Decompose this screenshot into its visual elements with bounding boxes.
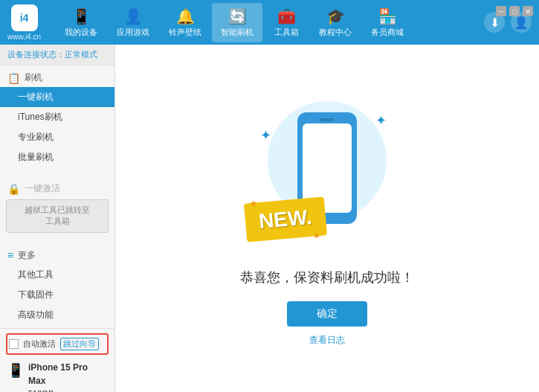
sidebar-itunes-flash[interactable]: iTunes刷机 [0, 107, 114, 127]
window-minimize-button[interactable]: ─ [496, 6, 506, 16]
nav-tutorial-label: 教程中心 [319, 27, 352, 38]
service-icon: 🏪 [378, 7, 397, 25]
activation-note-line2: 工具箱 [13, 216, 102, 227]
phone-notch [320, 118, 335, 121]
sparkle-right: ✦ [375, 112, 387, 129]
flash-section-label: 刷机 [25, 71, 42, 84]
sidebar-download-firmware[interactable]: 下载固件 [0, 285, 114, 305]
device-details: iPhone 15 Pro Max 512GB iPhone [28, 361, 107, 392]
new-badge: NEW. [244, 196, 327, 242]
nav-my-device-label: 我的设备 [65, 27, 97, 38]
sparkle-left: ✦ [260, 127, 271, 144]
window-close-button[interactable]: ✕ [523, 6, 533, 16]
nav-ringtone[interactable]: 🔔 铃声壁纸 [160, 3, 210, 42]
flash-section-icon: 📋 [7, 72, 20, 84]
flash-section-title[interactable]: 📋 刷机 [0, 68, 114, 87]
main-area: 设备连接状态：正常模式 📋 刷机 一键刷机 iTunes刷机 专业刷机 批量刷机… [0, 45, 539, 392]
more-section: ≡ 更多 其他工具 下载固件 高级功能 [0, 243, 114, 328]
confirm-button[interactable]: 确定 [287, 301, 367, 327]
nav-my-device[interactable]: 📱 我的设备 [56, 3, 106, 42]
nav-service-label: 务员商城 [371, 27, 404, 38]
device-phone-icon: 📱 [7, 362, 24, 379]
nav-ringtone-label: 铃声壁纸 [169, 27, 201, 38]
new-badge-text: NEW. [258, 205, 313, 234]
header: i4 www.i4.cn 📱 我的设备 👤 应用游戏 🔔 铃声壁纸 🔄 智能刷机 [0, 0, 539, 45]
logo-url: www.i4.cn [7, 33, 41, 41]
sidebar-advanced[interactable]: 高级功能 [0, 305, 114, 325]
guided-label[interactable]: 跳过向导 [60, 338, 99, 350]
activation-section: 🔒 一键激活 越狱工具已跳转至 工具箱 [0, 176, 114, 237]
device-name: iPhone 15 Pro Max [28, 361, 107, 388]
activation-label: 一键激活 [25, 182, 60, 195]
status-label: 设备连接状态： [7, 50, 65, 59]
more-section-title[interactable]: ≡ 更多 [0, 246, 114, 265]
nav-bar: 📱 我的设备 👤 应用游戏 🔔 铃声壁纸 🔄 智能刷机 🧰 工具箱 🎓 [56, 3, 484, 42]
auto-activate-checkbox[interactable] [9, 339, 19, 349]
nav-smart-flash-label: 智能刷机 [221, 27, 254, 38]
activation-note: 越狱工具已跳转至 工具箱 [6, 199, 109, 233]
content-area: ✦ ✦ NEW. 恭喜您，保资料刷机成功啦！ 确定 查看日志 [115, 45, 539, 392]
auto-activate-row: 自动激活 跳过向导 [6, 333, 109, 355]
sidebar-batch-flash[interactable]: 批量刷机 [0, 147, 114, 167]
sidebar-pro-flash[interactable]: 专业刷机 [0, 127, 114, 147]
activation-icon: 🔒 [7, 183, 20, 195]
app-games-icon: 👤 [124, 7, 143, 25]
more-label: 更多 [18, 249, 36, 262]
more-icon: ≡ [7, 249, 13, 261]
smart-flash-icon: 🔄 [228, 7, 247, 25]
sidebar-bottom: 自动激活 跳过向导 📱 iPhone 15 Pro Max 512GB iPho… [0, 328, 114, 392]
nav-toolbox-label: 工具箱 [274, 27, 299, 38]
device-status: 设备连接状态：正常模式 [0, 45, 114, 65]
status-value: 正常模式 [65, 50, 97, 59]
window-maximize-button[interactable]: □ [509, 6, 520, 16]
activation-note-line1: 越狱工具已跳转至 [13, 205, 102, 216]
success-illustration: ✦ ✦ NEW. [253, 90, 401, 254]
my-device-icon: 📱 [72, 7, 91, 25]
nav-app-games[interactable]: 👤 应用游戏 [108, 3, 158, 42]
logo-icon: i4 [11, 4, 38, 31]
auto-activate-label: 自动激活 [23, 338, 56, 350]
toolbox-icon: 🧰 [277, 7, 296, 25]
app-logo: i4 www.i4.cn [7, 4, 41, 41]
device-storage: 512GB [28, 388, 107, 392]
nav-service[interactable]: 🏪 务员商城 [362, 3, 413, 42]
nav-smart-flash[interactable]: 🔄 智能刷机 [212, 3, 262, 42]
nav-toolbox[interactable]: 🧰 工具箱 [264, 3, 309, 42]
nav-tutorial[interactable]: 🎓 教程中心 [310, 3, 361, 42]
log-link[interactable]: 查看日志 [309, 334, 345, 347]
flash-section: 📋 刷机 一键刷机 iTunes刷机 专业刷机 批量刷机 [0, 65, 114, 170]
sidebar-other-tools[interactable]: 其他工具 [0, 265, 114, 285]
success-message: 恭喜您，保资料刷机成功啦！ [240, 269, 414, 286]
sidebar: 设备连接状态：正常模式 📋 刷机 一键刷机 iTunes刷机 专业刷机 批量刷机… [0, 45, 115, 392]
tutorial-icon: 🎓 [326, 7, 345, 25]
activation-section-title: 🔒 一键激活 [0, 179, 114, 198]
nav-app-games-label: 应用游戏 [117, 27, 149, 38]
sidebar-one-click-flash[interactable]: 一键刷机 [0, 87, 114, 107]
device-info: 📱 iPhone 15 Pro Max 512GB iPhone [6, 358, 109, 392]
ringtone-icon: 🔔 [176, 7, 195, 25]
